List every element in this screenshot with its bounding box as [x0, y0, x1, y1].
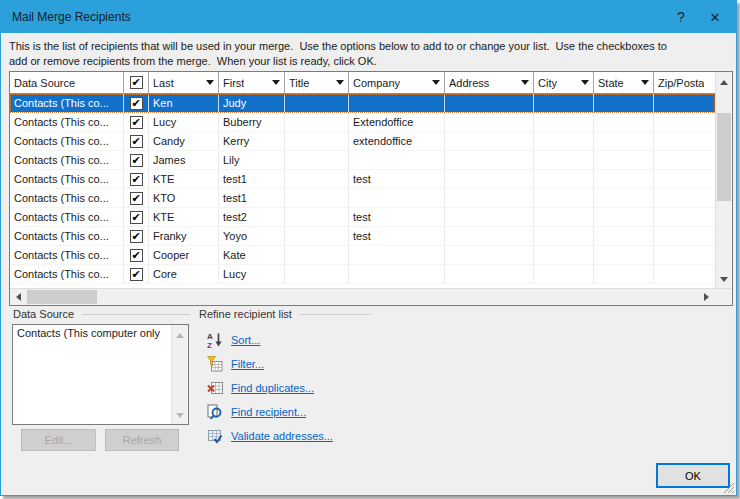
- row-checkbox[interactable]: ✔: [130, 116, 143, 129]
- cell-first: Kerry: [219, 132, 285, 150]
- help-button[interactable]: ?: [664, 1, 698, 33]
- filter-icon: [207, 356, 223, 372]
- column-sort-dropdown-icon[interactable]: [272, 80, 280, 85]
- cell-title: [285, 265, 349, 283]
- ok-button[interactable]: OK: [656, 463, 730, 488]
- column-header-company[interactable]: Company: [349, 72, 445, 94]
- table-row[interactable]: Contacts (This co...✔KTOtest1: [10, 189, 715, 208]
- table-row[interactable]: Contacts (This co...✔FrankyYoyotest: [10, 227, 715, 246]
- validate-addresses-icon: [207, 428, 223, 444]
- cell-company: test: [349, 170, 445, 188]
- row-checkbox[interactable]: ✔: [130, 173, 143, 186]
- vertical-scrollbar-thumb[interactable]: [717, 113, 731, 201]
- cell-state: [594, 265, 654, 283]
- table-row[interactable]: Contacts (This co...✔LucyBuberryExtendof…: [10, 113, 715, 132]
- horizontal-scrollbar-thumb[interactable]: [27, 290, 97, 304]
- column-header-label: Data Source: [14, 77, 75, 89]
- column-sort-dropdown-icon[interactable]: [641, 80, 649, 85]
- cell-last: KTO: [149, 189, 219, 207]
- find-duplicates-link-row: Find duplicates...: [207, 376, 333, 400]
- column-sort-dropdown-icon[interactable]: [206, 80, 214, 85]
- instructions-text: This is the list of recipients that will…: [9, 39, 735, 69]
- listbox-scrollbar[interactable]: [171, 325, 188, 424]
- column-header-first[interactable]: First: [219, 72, 285, 94]
- listbox-scroll-up-button[interactable]: [172, 325, 188, 345]
- cell-zip: [654, 170, 715, 188]
- cell-first: Judy: [219, 94, 285, 112]
- row-checkbox[interactable]: ✔: [130, 268, 143, 281]
- table-row[interactable]: Contacts (This co...✔KTEtest2test: [10, 208, 715, 227]
- table-body: Contacts (This co...✔KenJudyContacts (Th…: [10, 94, 715, 284]
- table-row[interactable]: Contacts (This co...✔CooperKate: [10, 246, 715, 265]
- cell-first: test1: [219, 170, 285, 188]
- mail-merge-recipients-dialog: Mail Merge Recipients ? ✕ This is the li…: [0, 0, 737, 496]
- cell-last: Cooper: [149, 246, 219, 264]
- column-header-zip[interactable]: Zip/Posta: [654, 72, 715, 94]
- filter-link[interactable]: Filter...: [231, 358, 264, 370]
- scroll-down-button[interactable]: [716, 271, 732, 288]
- group-divider-line: [300, 314, 371, 315]
- cell-check: ✔: [124, 227, 149, 245]
- column-header-address[interactable]: Address: [445, 72, 534, 94]
- cell-zip: [654, 189, 715, 207]
- column-header-label: Last: [153, 77, 174, 89]
- column-header-label: Title: [289, 77, 309, 89]
- validate-addresses-link[interactable]: Validate addresses...: [231, 430, 333, 442]
- table-row[interactable]: Contacts (This co...✔CoreLucy: [10, 265, 715, 284]
- cell-state: [594, 151, 654, 169]
- column-header-title[interactable]: Title: [285, 72, 349, 94]
- find-recipient-icon: [207, 404, 223, 420]
- column-sort-dropdown-icon[interactable]: [521, 80, 529, 85]
- scroll-up-button[interactable]: [716, 72, 732, 92]
- cell-company: Extendoffice: [349, 113, 445, 131]
- row-checkbox[interactable]: ✔: [130, 192, 143, 205]
- cell-company: [349, 94, 445, 112]
- vertical-scrollbar[interactable]: [715, 72, 732, 288]
- cell-first: Lily: [219, 151, 285, 169]
- cell-city: [534, 189, 594, 207]
- column-sort-dropdown-icon[interactable]: [581, 80, 589, 85]
- table-row[interactable]: Contacts (This co...✔KTEtest1test: [10, 170, 715, 189]
- column-header-city[interactable]: City: [534, 72, 594, 94]
- column-header-state[interactable]: State: [594, 72, 654, 94]
- scrollbar-corner: [715, 289, 732, 305]
- row-checkbox[interactable]: ✔: [130, 211, 143, 224]
- column-sort-dropdown-icon[interactable]: [336, 80, 344, 85]
- cell-city: [534, 246, 594, 264]
- data-source-list-item[interactable]: Contacts (This computer only: [17, 327, 160, 339]
- find-recipient-link[interactable]: Find recipient...: [231, 406, 306, 418]
- listbox-scroll-down-button[interactable]: [172, 407, 188, 424]
- sort-link[interactable]: Sort...: [231, 334, 260, 346]
- table-row[interactable]: Contacts (This co...✔JamesLily: [10, 151, 715, 170]
- table-row[interactable]: Contacts (This co...✔KenJudy: [10, 94, 715, 113]
- scroll-right-button[interactable]: [698, 289, 715, 305]
- column-header-check[interactable]: ✔: [124, 72, 149, 94]
- row-checkbox[interactable]: ✔: [130, 135, 143, 148]
- arrow-left-icon: [16, 293, 21, 301]
- table-row[interactable]: Contacts (This co...✔CandyKerryextendoff…: [10, 132, 715, 151]
- cell-last: Ken: [149, 94, 219, 112]
- close-button[interactable]: ✕: [698, 1, 732, 33]
- find-duplicates-link[interactable]: Find duplicates...: [231, 382, 314, 394]
- cell-last: KTE: [149, 208, 219, 226]
- select-all-checkbox[interactable]: ✔: [130, 76, 143, 89]
- column-sort-dropdown-icon[interactable]: [432, 80, 440, 85]
- cell-state: [594, 227, 654, 245]
- cell-source: Contacts (This co...: [10, 170, 124, 188]
- row-checkbox[interactable]: ✔: [130, 249, 143, 262]
- refresh-button[interactable]: Refresh: [105, 429, 179, 451]
- cell-company: [349, 151, 445, 169]
- row-checkbox[interactable]: ✔: [130, 230, 143, 243]
- edit-button[interactable]: Edit...: [21, 429, 96, 451]
- resize-grip[interactable]: [722, 481, 734, 493]
- row-checkbox[interactable]: ✔: [130, 97, 143, 110]
- cell-company: test: [349, 208, 445, 226]
- row-checkbox[interactable]: ✔: [130, 154, 143, 167]
- column-header-last[interactable]: Last: [149, 72, 219, 94]
- scroll-left-button[interactable]: [10, 289, 27, 305]
- refine-group-label: Refine recipient list: [199, 308, 292, 320]
- data-source-listbox[interactable]: Contacts (This computer only: [12, 324, 189, 425]
- column-header-source[interactable]: Data Source: [10, 72, 124, 94]
- horizontal-scrollbar[interactable]: [10, 289, 715, 305]
- cell-address: [445, 189, 534, 207]
